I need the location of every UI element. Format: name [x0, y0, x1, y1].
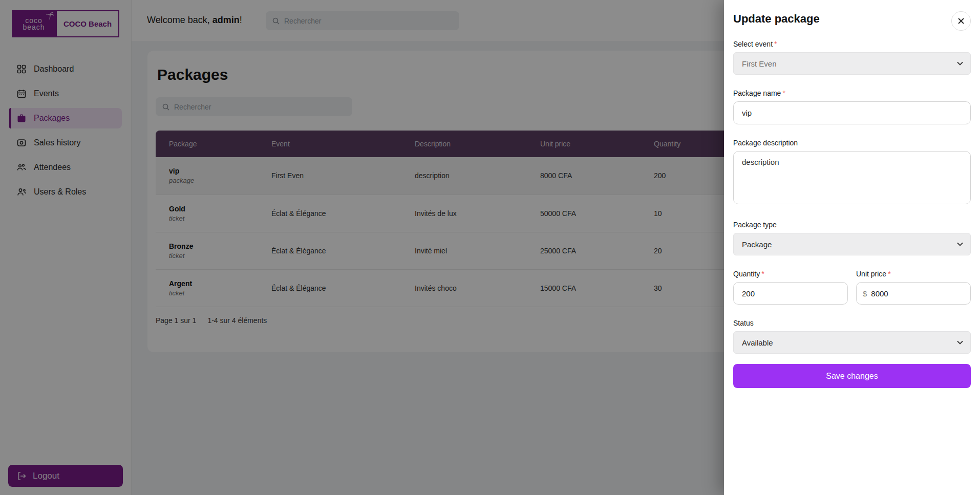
field-package-type: Package type Package [733, 221, 971, 255]
package-description-textarea[interactable]: description [733, 151, 971, 204]
field-unit-price: Unit price* $ [856, 270, 971, 305]
package-description-label: Package description [733, 139, 971, 147]
app-root: coco beach COCO Beach Dashboard [0, 0, 980, 495]
quantity-label: Quantity* [733, 270, 848, 278]
required-mark: * [888, 270, 890, 278]
required-mark: * [782, 89, 785, 97]
status-label: Status [733, 319, 971, 327]
quantity-input[interactable] [733, 282, 848, 305]
field-status: Status Available [733, 319, 971, 354]
field-package-name: Package name* [733, 89, 971, 124]
field-quantity: Quantity* [733, 270, 848, 305]
unit-price-input[interactable] [871, 289, 964, 298]
unit-price-field: $ [856, 282, 971, 305]
close-icon [957, 17, 965, 25]
chevron-down-icon [957, 61, 963, 66]
field-row-quantity-price: Quantity* Unit price* $ [733, 270, 971, 305]
dollar-icon: $ [863, 289, 867, 298]
field-select-event: Select event* First Even [733, 40, 971, 75]
update-package-drawer: Update package Select event* First Even … [724, 0, 980, 495]
unit-price-label: Unit price* [856, 270, 971, 278]
chevron-down-icon [957, 242, 963, 246]
package-type-label: Package type [733, 221, 971, 229]
modal-backdrop[interactable] [0, 0, 724, 495]
status-dropdown[interactable]: Available [733, 331, 971, 354]
required-mark: * [774, 40, 777, 48]
save-changes-button[interactable]: Save changes [733, 364, 971, 388]
required-mark: * [761, 270, 764, 278]
package-type-value: Package [742, 240, 772, 249]
package-type-dropdown[interactable]: Package [733, 233, 971, 255]
close-button[interactable] [951, 11, 971, 31]
package-name-input[interactable] [733, 101, 971, 124]
select-event-value: First Even [742, 59, 777, 68]
select-event-label: Select event* [733, 40, 971, 48]
chevron-down-icon [957, 340, 963, 345]
field-package-description: Package description description [733, 139, 971, 206]
drawer-title: Update package [733, 12, 971, 26]
package-name-label: Package name* [733, 89, 971, 97]
status-value: Available [742, 338, 773, 347]
select-event-dropdown[interactable]: First Even [733, 52, 971, 75]
